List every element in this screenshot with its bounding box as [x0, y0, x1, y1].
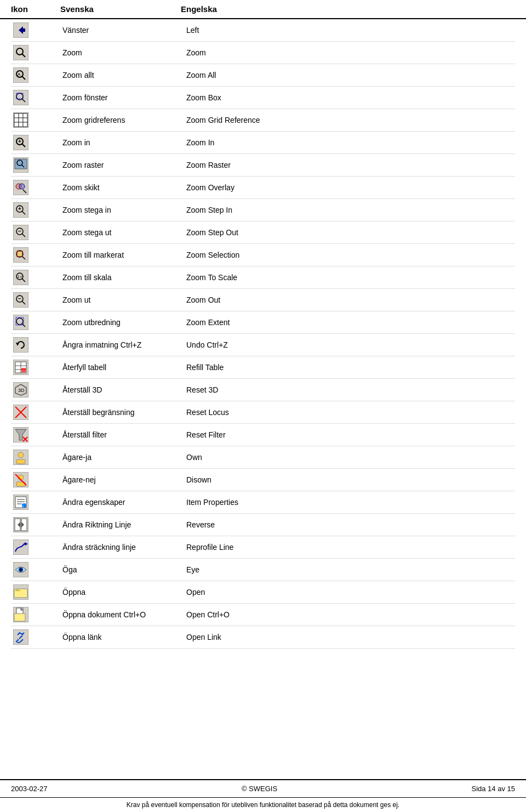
icon-cell-zoom-raster — [11, 156, 31, 174]
svg-text:A: A — [18, 72, 21, 77]
english-label-zoom-allt: Zoom All — [181, 71, 515, 80]
oga-icon — [13, 562, 28, 577]
table-row: + Zoom in Zoom In — [11, 132, 515, 154]
header-icon: Ikon — [11, 4, 60, 14]
oppna-icon — [13, 584, 28, 600]
zoom-utbredning-icon — [13, 315, 28, 330]
agare-nej-icon — [13, 472, 28, 487]
icon-cell-zoom-skikt — [11, 179, 31, 196]
table-row: Öppna länk Open Link — [11, 626, 515, 649]
aterstall-3d-icon: 3D — [13, 382, 28, 398]
icon-cell-zoom-fonster — [11, 89, 31, 106]
svg-text:i: i — [23, 504, 24, 508]
icon-cell-agare-nej — [11, 471, 31, 489]
svg-text:−: − — [18, 296, 21, 302]
icon-cell-aterfyll-tabell — [11, 359, 31, 376]
svg-rect-6 — [13, 67, 28, 83]
zoom-allt-icon: A — [13, 67, 28, 83]
content-area: Vänster Left Zoom Zoom A Zoom allt Zoom … — [0, 19, 526, 779]
icon-cell-zoom-till-markerat — [11, 246, 31, 264]
table-row: A Zoom allt Zoom All — [11, 64, 515, 87]
svg-point-35 — [19, 184, 25, 189]
swedish-label-aterstall-filter: Återställ filter — [60, 430, 181, 439]
swedish-label-agare-ja: Ägare-ja — [60, 453, 181, 462]
swedish-label-zoom-gridreferens: Zoom gridreferens — [60, 116, 181, 124]
swedish-label-zoom-fonster: Zoom fönster — [60, 93, 181, 102]
swedish-label-zoom-utbredning: Zoom utbredning — [60, 318, 181, 327]
icon-cell-aterstall-3d: 3D — [11, 381, 31, 399]
swedish-label-andra-egenskaper: Ändra egenskaper — [60, 498, 181, 507]
footer-note: Krav på eventuell kompensation för utebl… — [0, 797, 526, 812]
icon-cell-andra-riktning-linje — [11, 516, 31, 533]
svg-rect-18 — [23, 113, 27, 118]
swedish-label-oppna-lank: Öppna länk — [60, 633, 181, 641]
table-row: Ändra Riktning Linje Reverse — [11, 514, 515, 536]
table-row: 1:n Zoom till skala Zoom To Scale — [11, 266, 515, 289]
icon-cell-aterstall-filter — [11, 426, 31, 444]
icon-cell-oga — [11, 561, 31, 578]
icon-cell-oppna-dokument — [11, 606, 31, 623]
table-row: Ägare-ja Own — [11, 446, 515, 469]
svg-rect-3 — [13, 45, 28, 60]
svg-rect-20 — [19, 118, 23, 122]
english-label-andra-egenskaper: Item Properties — [181, 498, 515, 507]
english-label-zoom-in: Zoom In — [181, 138, 515, 147]
zoom-till-markerat-icon — [13, 247, 28, 263]
svg-rect-2 — [21, 29, 25, 32]
english-label-zoom-till-skala: Zoom To Scale — [181, 273, 515, 282]
icon-cell-aterstall-begransning — [11, 404, 31, 421]
svg-rect-48 — [17, 251, 22, 257]
swedish-label-zoom-till-skala: Zoom till skala — [60, 273, 181, 282]
svg-rect-81 — [16, 459, 25, 464]
icon-cell-zoom-ut: − — [11, 291, 31, 309]
table-row: Zoom utbredning Zoom Extent — [11, 311, 515, 334]
english-label-vanster: Left — [181, 26, 515, 35]
table-row: Zoom Zoom — [11, 42, 515, 64]
svg-text:3D: 3D — [18, 388, 25, 393]
english-label-zoom-fonster: Zoom Box — [181, 93, 515, 102]
english-label-andra-riktning-linje: Reverse — [181, 520, 515, 529]
andra-stracking-linje-icon — [13, 540, 28, 555]
swedish-label-zoom-stega-ut: Zoom stega ut — [60, 228, 181, 237]
icon-cell-zoom-gridreferens — [11, 111, 31, 129]
svg-rect-17 — [19, 113, 23, 118]
icon-cell-vanster — [11, 21, 31, 39]
svg-point-80 — [18, 452, 24, 458]
svg-text:+: + — [18, 206, 21, 212]
agare-ja-icon — [13, 450, 28, 465]
table-row: Ägare-nej Disown — [11, 469, 515, 491]
english-label-zoom-stega-ut: Zoom Step Out — [181, 228, 515, 237]
swedish-label-zoom-stega-in: Zoom stega in — [60, 206, 181, 214]
icon-cell-angra-inmatning — [11, 336, 31, 354]
english-label-zoom-raster: Zoom Raster — [181, 161, 515, 169]
table-row: Zoom raster Zoom Raster — [11, 154, 515, 177]
table-row: Återfyll tabell Refill Table — [11, 356, 515, 379]
english-label-agare-nej: Disown — [181, 475, 515, 484]
english-label-aterstall-begransning: Reset Locus — [181, 408, 515, 417]
english-label-zoom-gridreferens: Zoom Grid Reference — [181, 116, 515, 124]
swedish-label-zoom: Zoom — [60, 48, 181, 57]
table-row: Återställ begränsning Reset Locus — [11, 401, 515, 424]
swedish-label-aterfyll-tabell: Återfyll tabell — [60, 363, 181, 372]
table-row: Zoom till markerat Zoom Selection — [11, 244, 515, 266]
icon-cell-zoom-allt: A — [11, 66, 31, 84]
swedish-label-zoom-ut: Zoom ut — [60, 296, 181, 304]
table-row: Ångra inmatning Ctrl+Z Undo Ctrl+Z — [11, 334, 515, 356]
zoom-in-icon: + — [13, 135, 28, 150]
swedish-label-andra-stracking-linje: Ändra sträckning linje — [60, 543, 181, 552]
svg-rect-10 — [13, 90, 28, 105]
andra-riktning-linje-icon — [13, 517, 28, 532]
angra-inmatning-icon — [13, 337, 28, 353]
english-label-zoom-stega-in: Zoom Step In — [181, 206, 515, 214]
swedish-label-oppna: Öppna — [60, 588, 181, 597]
table-row: − Zoom ut Zoom Out — [11, 289, 515, 311]
english-label-oppna-lank: Open Link — [181, 633, 515, 641]
svg-rect-61 — [13, 337, 28, 353]
icon-cell-oppna — [11, 583, 31, 601]
vanster-icon — [13, 22, 28, 38]
svg-text:−: − — [18, 228, 21, 234]
table-row: − Zoom stega ut Zoom Step Out — [11, 222, 515, 244]
swedish-label-aterstall-begransning: Återställ begränsning — [60, 408, 181, 417]
table-row: Vänster Left — [11, 19, 515, 42]
swedish-label-zoom-raster: Zoom raster — [60, 161, 181, 169]
